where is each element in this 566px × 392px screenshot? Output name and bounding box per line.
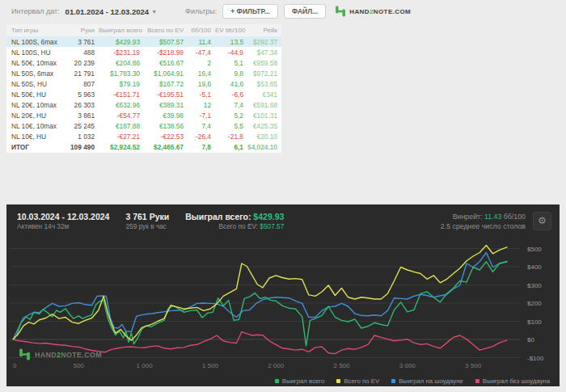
cell-bb: 2 <box>188 59 215 67</box>
chart-legend: Выиграл всегоВсего по EVВыиграл на шоуда… <box>275 377 550 385</box>
table-row[interactable]: NL 50€, HU5 963-€151.71-€195.51-5,1-6,6€… <box>6 89 281 99</box>
results-table: Тип игрыРукиВыиграл всегоВсего по EVбб/1… <box>6 24 281 153</box>
table-row[interactable]: NL 20€, HU3 861-€54.77€39.98-7,15,2€101.… <box>6 111 281 121</box>
cell-evbb: 13,5 <box>215 38 247 46</box>
cell-evbb: -44,9 <box>215 48 247 57</box>
cell-ev: -€195.51 <box>144 91 188 99</box>
table-row[interactable]: NL 50€, 10max20 239€204.86€516.6725,1€95… <box>6 57 281 68</box>
gear-icon[interactable]: ⚙ <box>533 212 551 230</box>
legend-label: Всего по EV <box>344 377 379 385</box>
y-axis-label: $300 <box>527 282 542 289</box>
cell-bb: 11,4 <box>188 38 215 46</box>
cell-ev: €516.67 <box>144 59 188 67</box>
table-row[interactable]: NL 100S, 6max3 761$429.93$507.5711,413,5… <box>6 36 281 47</box>
session-active-time: Активен 14ч 32м <box>17 222 109 231</box>
filters-label: Фильтры: <box>185 7 217 15</box>
cell-rake: €341 <box>247 91 281 99</box>
cell-bb: 12 <box>188 101 215 109</box>
session-won-group: Выиграл всего: $429.93 Всего по EV: $507… <box>185 212 284 231</box>
cell-won: $1,783.30 <box>99 70 144 78</box>
x-axis-label: 3 000 <box>399 362 416 369</box>
column-header[interactable]: EV bb/100 <box>215 27 247 34</box>
cell-ev: -$218.99 <box>144 48 188 57</box>
table-row[interactable]: NL 10€, 10max25 245€187.88€138.567,45,5€… <box>6 121 281 132</box>
chart-header-right: Винрейт: 11.43 бб/100 2.5 среднее число … <box>441 212 551 231</box>
column-header[interactable]: бб/100 <box>188 27 215 34</box>
legend-label: Выиграл на шоудауне <box>399 377 463 385</box>
cell-hands: 26 303 <box>63 101 99 109</box>
cell-won: -$231.19 <box>99 48 144 57</box>
cell-type: NL 50€, HU <box>6 91 63 99</box>
hand2note-logo-icon <box>335 6 346 17</box>
cell-won: $79.19 <box>99 80 144 88</box>
cell-hands: 5 963 <box>63 91 99 99</box>
column-header[interactable]: Тип игры <box>6 27 63 34</box>
add-filter-button[interactable]: + ФИЛЬТР... <box>222 4 278 19</box>
cell-rake: $972.21 <box>247 70 281 78</box>
hand2note-logo-text: HAND2NOTE.COM <box>349 8 411 15</box>
cell-evbb: 5,2 <box>215 112 247 120</box>
watermark-text: HAND2NOTE.COM <box>35 351 102 359</box>
series-line <box>13 253 508 340</box>
table-row[interactable]: NL 20€, 10max26 303€632.96€389.31127,4€5… <box>6 100 281 111</box>
topbar: Интервал дат: 01.01.2024 - 12.03.2024 ▼ … <box>0 0 566 23</box>
cell-bb: -47,4 <box>188 48 215 57</box>
cell-rake: $47.34 <box>247 48 281 57</box>
legend-dot-icon <box>475 379 479 383</box>
cell-rake: $4,024.10 <box>247 143 281 151</box>
cell-rake: €425.35 <box>247 122 281 130</box>
y-axis-label: $200 <box>527 300 542 307</box>
table-total-row[interactable]: ИТОГ109 490$2,924.52$2,465.677,86,1$4,02… <box>6 142 281 153</box>
cell-won: $2,924.52 <box>99 143 144 151</box>
cell-ev: $2,465.67 <box>144 143 188 151</box>
cell-won: -€54.77 <box>99 112 144 120</box>
column-header[interactable]: Руки <box>63 27 99 34</box>
cell-evbb: 5,1 <box>215 59 247 67</box>
legend-item[interactable]: Всего по EV <box>336 377 379 385</box>
column-header[interactable]: Выиграл всего <box>99 27 144 34</box>
cell-hands: 109 490 <box>63 143 99 151</box>
legend-item[interactable]: Выиграл всего <box>275 377 325 385</box>
cell-won: -€27.21 <box>99 133 144 141</box>
x-axis-label: 500 <box>74 362 85 369</box>
cell-evbb: 5,5 <box>215 122 247 130</box>
x-axis-label: 1 000 <box>137 362 154 369</box>
cell-evbb: 7,4 <box>215 101 247 109</box>
table-header-row: Тип игрыРукиВыиграл всегоВсего по EVбб/1… <box>6 24 281 36</box>
y-axis-label: $500 <box>527 246 542 253</box>
cell-evbb: 41,6 <box>215 80 247 88</box>
cell-rake: $53.65 <box>247 80 281 88</box>
table-row[interactable]: NL 50S, 6max21 791$1,783.30$1,064.9116,4… <box>6 68 281 78</box>
session-chart-panel: 10.03.2024 - 12.03.2024 Активен 14ч 32м … <box>6 204 560 386</box>
session-hands-per-hour: 259 рук в час <box>125 222 169 231</box>
session-ev-total: Всего по EV: $507.57 <box>185 222 284 231</box>
cell-type: NL 50€, 10max <box>6 59 63 67</box>
column-header[interactable]: Всего по EV <box>144 27 188 34</box>
date-range-select[interactable]: 01.01.2024 - 12.03.2024 ▼ <box>65 7 157 16</box>
legend-label: Выиграл всего <box>282 377 325 385</box>
cell-hands: 1 032 <box>63 133 99 141</box>
legend-dot-icon <box>391 379 395 383</box>
column-header[interactable]: Рейк <box>247 27 281 34</box>
cell-ev: $1,064.91 <box>144 70 188 78</box>
session-won-total: Выиграл всего: $429.93 <box>185 212 284 222</box>
legend-item[interactable]: Выиграл на шоудауне <box>391 377 463 385</box>
chart-watermark: HAND2NOTE.COM <box>19 348 102 360</box>
winrate-group: Винрейт: 11.43 бб/100 2.5 среднее число … <box>441 212 526 231</box>
cell-type: ИТОГ <box>6 143 63 151</box>
cell-hands: 3 861 <box>63 112 99 120</box>
file-button[interactable]: ФАЙЛ... <box>284 4 326 19</box>
table-row[interactable]: NL 100S, HU488-$231.19-$218.99-47,4-44,9… <box>6 47 281 57</box>
legend-item[interactable]: Выиграл без шоудауна <box>475 377 550 385</box>
cell-hands: 3 761 <box>63 38 99 46</box>
cell-won: $429.93 <box>99 38 144 46</box>
y-axis-label: $400 <box>527 263 542 271</box>
table-row[interactable]: NL 50S, HU807$79.19$167.7219,641,6$53.65 <box>6 78 281 89</box>
cell-hands: 21 791 <box>63 70 99 78</box>
chevron-down-icon: ▼ <box>151 9 157 15</box>
session-hands-group: 3 761 Руки 259 рук в час <box>125 212 169 231</box>
hand2note-logo: HAND2NOTE.COM <box>335 6 411 17</box>
cell-evbb: -21,8 <box>215 133 247 141</box>
table-row[interactable]: NL 10€, HU1 032-€27.21-€22.53-26,4-21,8€… <box>6 132 281 142</box>
legend-label: Выиграл без шоудауна <box>483 377 550 385</box>
